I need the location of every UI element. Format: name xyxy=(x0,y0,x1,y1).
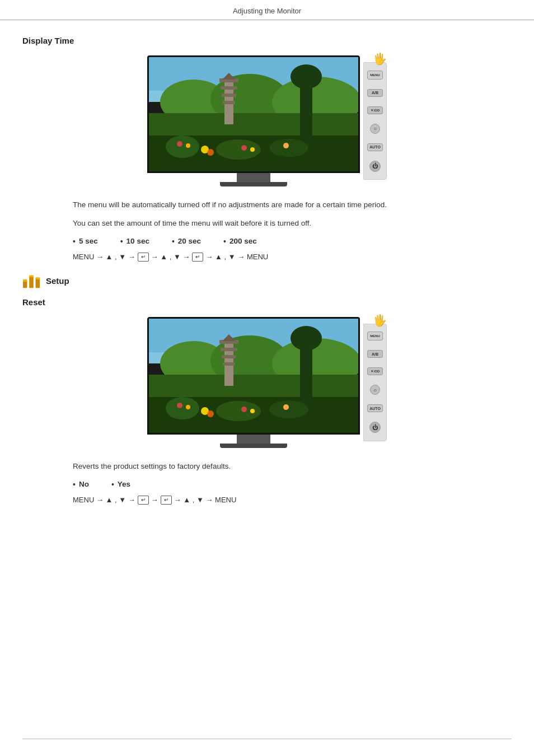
option-200sec-label: 200 sec xyxy=(229,237,257,245)
display-time-title: Display Time xyxy=(22,36,512,45)
reset-options: • No • Yes xyxy=(73,480,461,489)
monitor-wrapper-2: 🖐 MENU A/B ▼/OD ○ AUTO ⏻ xyxy=(147,317,387,448)
monitor-base-1 xyxy=(220,182,287,186)
menu-button-2: MENU xyxy=(367,332,383,340)
display-time-desc1: The menu will be automatically turned of… xyxy=(73,199,461,212)
bottom-rule xyxy=(22,739,512,739)
side-buttons-1: MENU A/B ▼/OD ○ AUTO ⏻ xyxy=(363,62,387,180)
setup-icon xyxy=(22,274,40,288)
option-no: • No xyxy=(73,480,89,489)
svg-point-48 xyxy=(269,400,308,418)
vod-button-1: ▼/OD xyxy=(367,106,383,114)
vod-button-2: ▼/OD xyxy=(367,367,383,375)
power-button-2: ⏻ xyxy=(369,422,381,433)
display-time-image: 🖐 MENU A/B ▼/OD ○ AUTO ⏻ xyxy=(22,55,512,186)
monitor-body-1 xyxy=(147,55,360,186)
svg-point-52 xyxy=(250,409,255,413)
reset-image: 🖐 MENU A/B ▼/OD ○ AUTO ⏻ xyxy=(22,317,512,448)
svg-rect-25 xyxy=(23,281,27,288)
reset-desc-text: Reverts the product settings to factory … xyxy=(73,460,461,473)
option-5sec: • 5 sec xyxy=(73,237,98,246)
reset-description: Reverts the product settings to factory … xyxy=(73,460,461,473)
svg-rect-27 xyxy=(36,278,40,288)
display-time-desc2: You can set the amount of time the menu … xyxy=(73,217,461,230)
svg-point-20 xyxy=(241,145,247,151)
display-time-menu-path: MENU → ▲ , ▼ → ↵ → ▲ , ▼ → ↵ → ▲ , ▼ → M… xyxy=(73,253,461,262)
option-yes-label: Yes xyxy=(118,480,130,488)
svg-point-24 xyxy=(207,149,214,156)
svg-point-51 xyxy=(241,407,247,412)
option-10sec-label: 10 sec xyxy=(127,237,149,245)
svg-rect-29 xyxy=(29,275,34,277)
svg-point-45 xyxy=(291,326,322,351)
svg-rect-11 xyxy=(223,101,235,104)
setup-header: Setup xyxy=(22,274,512,288)
svg-rect-41 xyxy=(222,355,236,358)
monitor-screen-1 xyxy=(147,55,360,173)
reset-menu-path: MENU → ▲ , ▼ → ↵ → ↵ → ▲ , ▼ → MENU xyxy=(73,496,461,505)
svg-point-17 xyxy=(269,139,308,157)
svg-point-49 xyxy=(177,403,182,408)
svg-point-46 xyxy=(166,397,199,419)
garden-scene-1 xyxy=(149,57,360,173)
svg-point-19 xyxy=(186,143,190,148)
page-title: Adjusting the Monitor xyxy=(233,7,301,15)
svg-rect-40 xyxy=(221,348,237,351)
garden-scene-2 xyxy=(149,319,360,435)
option-no-label: No xyxy=(79,480,89,488)
monitor-wrapper-1: 🖐 MENU A/B ▼/OD ○ AUTO ⏻ xyxy=(147,55,387,186)
option-yes: • Yes xyxy=(111,480,130,489)
side-buttons-2: MENU A/B ▼/OD ○ AUTO ⏻ xyxy=(363,324,387,441)
svg-point-53 xyxy=(283,404,289,410)
menu-button-1: MENU xyxy=(367,71,383,80)
option-20sec: • 20 sec xyxy=(172,237,201,246)
option-20sec-label: 20 sec xyxy=(178,237,201,245)
desc2-text: You can set the amount of time the menu … xyxy=(73,217,461,230)
svg-rect-42 xyxy=(223,362,235,366)
monitor-base-2 xyxy=(220,444,287,448)
power-button-1: ⏻ xyxy=(369,161,381,172)
svg-point-55 xyxy=(207,410,214,417)
reset-title: Reset xyxy=(22,297,512,307)
svg-rect-30 xyxy=(36,277,40,279)
svg-point-18 xyxy=(177,141,182,147)
monitor-stand-2 xyxy=(237,435,270,444)
svg-point-22 xyxy=(283,143,289,148)
monitor-screen-2 xyxy=(147,317,360,435)
circle-button-1: ○ xyxy=(370,124,380,134)
svg-point-14 xyxy=(291,64,322,89)
auto-button-1: AUTO xyxy=(367,143,383,151)
svg-rect-9 xyxy=(221,86,237,90)
svg-point-15 xyxy=(166,136,199,158)
option-200sec: • 200 sec xyxy=(223,237,257,246)
svg-rect-10 xyxy=(222,94,236,97)
ab-button-1: A/B xyxy=(367,89,383,97)
page-header: Adjusting the Monitor xyxy=(0,0,534,20)
svg-point-50 xyxy=(186,405,190,409)
option-10sec: • 10 sec xyxy=(120,237,149,246)
monitor-stand-1 xyxy=(237,173,270,182)
setup-title: Setup xyxy=(46,276,69,286)
desc1-text: The menu will be automatically turned of… xyxy=(73,199,461,212)
auto-button-2: AUTO xyxy=(367,404,383,412)
option-5sec-label: 5 sec xyxy=(79,237,98,245)
svg-rect-28 xyxy=(23,279,27,282)
monitor-body-2 xyxy=(147,317,360,448)
svg-rect-26 xyxy=(29,276,34,288)
ab-button-2: A/B xyxy=(367,350,383,358)
display-time-options: • 5 sec • 10 sec • 20 sec • 200 sec xyxy=(73,237,461,246)
svg-point-21 xyxy=(250,147,255,152)
circle-button-2: ○ xyxy=(370,385,380,395)
